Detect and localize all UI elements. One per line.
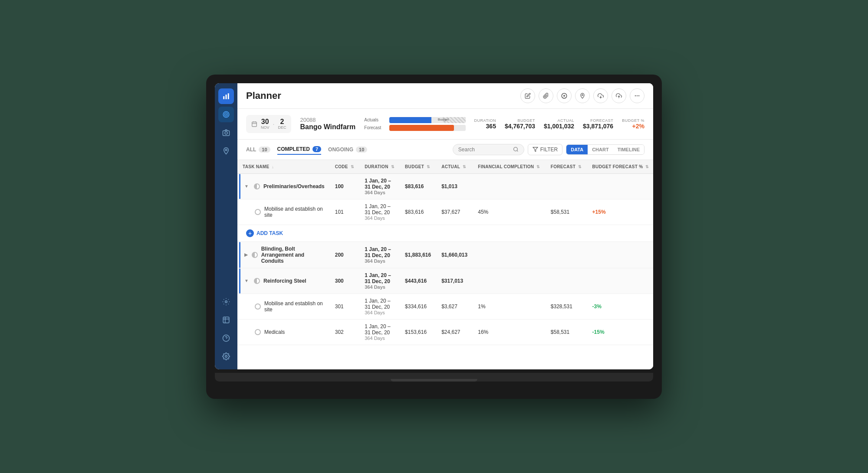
td-actual: $1,660,013	[436, 241, 473, 268]
download-button[interactable]	[593, 88, 608, 103]
td-task-name: Mobilise and establish on site	[237, 294, 330, 319]
sidebar-icon-data[interactable]	[218, 312, 234, 328]
table-row: ▼ Reinforcing Steel 300 1 Jan, 20 – 31 D…	[237, 268, 653, 294]
table-row: ▼ Preliminaries/Overheads 100 1 Jan, 20 …	[237, 173, 653, 199]
start-date: 30 NOV	[261, 118, 270, 130]
svg-rect-0	[223, 96, 224, 99]
collapse-button[interactable]: ▼	[244, 278, 250, 283]
search-icon	[513, 147, 519, 152]
sidebar-icon-help[interactable]	[218, 330, 234, 346]
filter-icon	[533, 147, 538, 152]
svg-point-15	[225, 355, 227, 357]
tab-bar-right: FILTER DATA CHART TIMELINE	[453, 144, 644, 155]
svg-rect-25	[252, 122, 257, 127]
forecast-bar-track	[389, 125, 465, 131]
table-row: Medicals 302 1 Jan, 20 – 31 Dec, 20 364 …	[237, 319, 653, 345]
svg-point-19	[582, 94, 583, 95]
th-code: CODE ⇅	[330, 160, 360, 174]
td-forecast	[546, 268, 587, 294]
td-budget: $83,616	[400, 173, 436, 199]
svg-point-5	[226, 114, 227, 115]
sidebar	[215, 83, 237, 369]
td-task-name: Mobilise and establish on site	[237, 199, 330, 225]
svg-point-22	[635, 95, 636, 96]
td-budget: $1,883,616	[400, 241, 436, 268]
tasks-table: TASK NAME ↓ CODE ⇅ DURATION ⇅	[237, 160, 653, 345]
view-timeline-button[interactable]: TIMELINE	[613, 145, 644, 154]
view-data-button[interactable]: DATA	[566, 145, 588, 154]
attach-button[interactable]	[539, 88, 553, 103]
td-budget: $83,616	[400, 199, 436, 225]
project-dates: 30 NOV · 2 DEC	[246, 115, 291, 133]
stat-actual: ACTUAL $1,001,032	[544, 118, 574, 130]
task-status-dot	[252, 252, 258, 258]
svg-rect-2	[228, 93, 229, 99]
svg-line-30	[517, 150, 518, 151]
sidebar-icon-chart[interactable]	[218, 88, 234, 104]
svg-point-7	[225, 131, 227, 134]
search-input[interactable]	[458, 147, 510, 153]
table-row: ▶ Blinding, Bolt Arrangement and Conduit…	[237, 241, 653, 268]
collapse-button[interactable]: ▶	[244, 252, 248, 257]
table-container: TASK NAME ↓ CODE ⇅ DURATION ⇅	[237, 160, 653, 369]
td-code: 300	[330, 268, 360, 294]
svg-rect-1	[226, 95, 227, 99]
add-task-button[interactable]: + ADD TASK	[243, 228, 653, 239]
td-budget: $443,616	[400, 268, 436, 294]
task-status-dot	[254, 183, 260, 189]
forecast-bar-fill	[389, 125, 454, 131]
td-financial-completion: 45%	[473, 199, 546, 225]
td-forecast	[546, 173, 587, 199]
sidebar-bottom	[218, 294, 234, 364]
location-button[interactable]	[575, 88, 590, 103]
upload-button[interactable]	[612, 88, 626, 103]
filter-button[interactable]: FILTER	[528, 144, 562, 155]
screen: Planner	[215, 83, 653, 369]
tab-completed[interactable]: COMPLETED 7	[277, 144, 321, 155]
th-duration: DURATION ⇅	[359, 160, 400, 174]
actuals-bar-fill	[389, 117, 431, 123]
table-row: Mobilise and establish on site 101 1 Jan…	[237, 199, 653, 225]
laptop-frame: Planner	[206, 75, 662, 399]
add-button[interactable]	[557, 88, 572, 103]
task-status-dot	[255, 209, 261, 215]
svg-point-29	[513, 147, 517, 151]
project-bar: 30 NOV · 2 DEC 20088 Bango Windfarm Actu…	[237, 109, 653, 140]
search-box[interactable]	[453, 144, 524, 155]
sidebar-icon-pin[interactable]	[218, 143, 234, 159]
td-forecast: $58,531	[546, 319, 587, 345]
th-financial-completion: FINANCIAL COMPLETION ⇅	[473, 160, 546, 174]
td-duration: 1 Jan, 20 – 31 Dec, 20 364 Days	[359, 294, 400, 319]
td-budget-forecast-pct	[587, 268, 653, 294]
more-button[interactable]	[630, 88, 644, 103]
td-actual: $37,627	[436, 199, 473, 225]
end-date: 2 DEC	[278, 118, 286, 130]
sidebar-icon-camera[interactable]	[218, 125, 234, 140]
tab-ongoing[interactable]: ONGOING 10	[328, 145, 367, 154]
edit-button[interactable]	[520, 88, 535, 103]
view-chart-button[interactable]: CHART	[588, 145, 613, 154]
page-title: Planner	[246, 90, 281, 101]
laptop-base	[215, 373, 653, 382]
tab-all[interactable]: ALL 10	[246, 145, 270, 154]
sidebar-icon-target[interactable]	[218, 107, 234, 122]
project-stats: DURATION 365 BUDGET $4,767,703 ACTUAL $1…	[474, 118, 644, 130]
td-budget: $334,616	[400, 294, 436, 319]
th-task-name: TASK NAME ↓	[237, 160, 330, 174]
add-task-cell: + ADD TASK	[237, 225, 653, 241]
th-actual: ACTUAL ⇅	[436, 160, 473, 174]
sidebar-icon-gear-bottom[interactable]	[218, 349, 234, 364]
td-forecast: $328,531	[546, 294, 587, 319]
svg-rect-10	[223, 317, 229, 323]
td-code: 100	[330, 173, 360, 199]
stat-forecast: FORECAST $3,871,076	[583, 118, 613, 130]
td-code: 302	[330, 319, 360, 345]
td-duration: 1 Jan, 20 – 31 Dec, 20 364 Days	[359, 199, 400, 225]
actuals-bar-row: Actuals Budget	[364, 117, 465, 123]
td-financial-completion	[473, 173, 546, 199]
sidebar-icon-settings[interactable]	[218, 294, 234, 310]
collapse-button[interactable]: ▼	[244, 184, 250, 189]
td-budget-forecast-pct: -3%	[587, 294, 653, 319]
td-forecast: $58,531	[546, 199, 587, 225]
td-duration: 1 Jan, 20 – 31 Dec, 20 364 Days	[359, 241, 400, 268]
